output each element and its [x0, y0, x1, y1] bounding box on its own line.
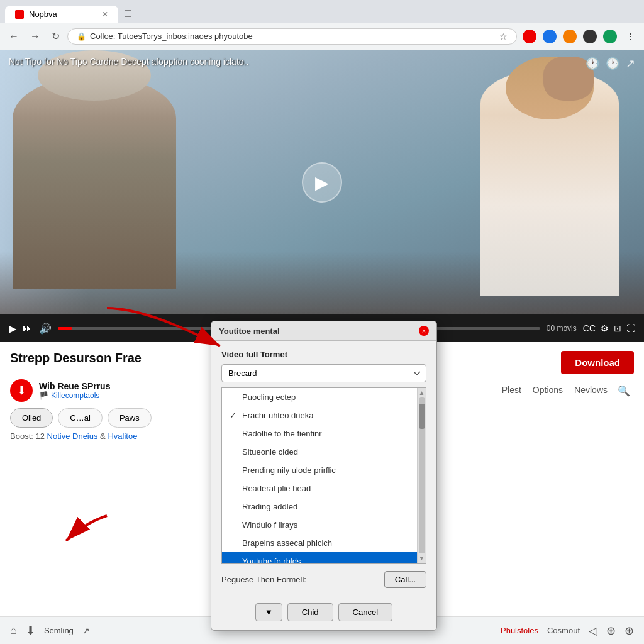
active-tab[interactable]: Nopbva ✕ — [5, 6, 118, 23]
list-item-label-5: Prending nily ulode prirflic — [242, 465, 336, 475]
dialog-footer: ▼ Chid Cancel — [211, 597, 436, 630]
list-item-label-8: Windulo f llrays — [242, 520, 297, 530]
address-text: Colloe: TutoesTorys_inbos:inaoes phyouto… — [90, 31, 496, 41]
dialog-overlay: Youtitoe mental × Video full Tormet Brec… — [0, 50, 644, 644]
reload-button[interactable]: ↻ — [48, 28, 64, 45]
ext-icon-2[interactable] — [541, 28, 558, 45]
new-tab-button[interactable]: □ — [118, 4, 138, 23]
dialog-title: Youtitoe mental — [219, 326, 280, 336]
ext-icon-1[interactable] — [521, 28, 538, 45]
address-bar[interactable]: 🔒 Colloe: TutoesTorys_inbos:inaoes phyou… — [67, 28, 517, 45]
list-item[interactable]: Radoltie to the fientinr — [222, 425, 417, 443]
dialog-list-container: Puocling ectep ✓ Erachr uhteo drieka Rad… — [221, 387, 426, 564]
dialog: Youtitoe mental × Video full Tormet Brec… — [211, 321, 437, 631]
ext-icon-3[interactable] — [561, 28, 579, 45]
list-item-label-9: Brapeins assecal phicich — [242, 538, 332, 548]
back-button[interactable]: ← — [5, 28, 23, 45]
footer-cancel-button[interactable]: Cancel — [338, 603, 392, 621]
dialog-close-button[interactable]: × — [419, 326, 429, 336]
ext-icon-5[interactable] — [601, 28, 619, 45]
red-arrow-2 — [57, 509, 119, 547]
peguese-row: Peguese Then Formell: Call... — [221, 571, 426, 588]
list-item-label-4: Sltueonie cided — [242, 447, 298, 457]
bookmark-icon[interactable]: ☆ — [499, 31, 508, 42]
list-item[interactable]: Windulo f llrays — [222, 516, 417, 534]
footer-down-button[interactable]: ▼ — [255, 603, 282, 621]
dialog-format-select[interactable]: Brecard — [221, 364, 426, 382]
list-item[interactable]: Puocling ectep — [222, 388, 417, 406]
dialog-list[interactable]: Puocling ectep ✓ Erachr uhteo drieka Rad… — [222, 388, 417, 563]
dialog-titlebar: Youtitoe mental × — [211, 321, 436, 341]
dialog-format-label: Video full Tormet — [221, 350, 426, 359]
list-item-label-1: Puocling ectep — [242, 392, 296, 402]
list-item[interactable]: ✓ Erachr uhteo drieka — [222, 406, 417, 425]
list-item-label-3: Radoltie to the fientinr — [242, 429, 321, 438]
forward-button[interactable]: → — [26, 28, 44, 45]
tab-bar: Nopbva ✕ □ — [0, 0, 644, 23]
list-item[interactable]: Prending nily ulode prirflic — [222, 461, 417, 479]
list-item-label-10: Youtube fo rhlds — [242, 557, 301, 563]
list-item-label-7: Rrading addled — [242, 502, 297, 511]
dialog-body: Video full Tormet Brecard Puocling ectep… — [211, 341, 436, 597]
list-item[interactable]: Brapeins assecal phicich — [222, 534, 417, 552]
main-content: Not Tipo for No Tipo Cardne Decept afopp… — [0, 50, 644, 644]
browser-window: Nopbva ✕ □ ← → ↻ 🔒 Colloe: TutoesTorys_i… — [0, 0, 644, 644]
list-item-label-6: Readeral plie head — [242, 484, 311, 493]
tab-close-button[interactable]: ✕ — [102, 10, 108, 19]
menu-button[interactable]: ⋮ — [621, 28, 639, 45]
footer-chid-button[interactable]: Chid — [287, 603, 333, 621]
tab-favicon — [15, 10, 24, 19]
lock-icon: 🔒 — [77, 32, 86, 41]
toolbar-icons: ⋮ — [521, 28, 639, 45]
tab-title: Nopbva — [29, 9, 57, 19]
peguese-label: Peguese Then Formell: — [221, 575, 378, 584]
call-button[interactable]: Call... — [384, 571, 426, 588]
list-item-selected[interactable]: Youtube fo rhlds — [222, 552, 417, 563]
nav-bar: ← → ↻ 🔒 Colloe: TutoesTorys_inbos:inaoes… — [0, 23, 644, 50]
list-item[interactable]: Readeral plie head — [222, 479, 417, 497]
scroll-track[interactable] — [419, 397, 425, 553]
check-2: ✓ — [230, 411, 238, 420]
scrollbar[interactable]: ▲ ▼ — [417, 388, 426, 563]
ext-icon-4[interactable] — [581, 28, 599, 45]
list-item-label-2: Erachr uhteo drieka — [242, 411, 313, 420]
list-item[interactable]: Sltueonie cided — [222, 443, 417, 461]
scroll-thumb — [419, 404, 425, 429]
list-item[interactable]: Rrading addled — [222, 497, 417, 516]
